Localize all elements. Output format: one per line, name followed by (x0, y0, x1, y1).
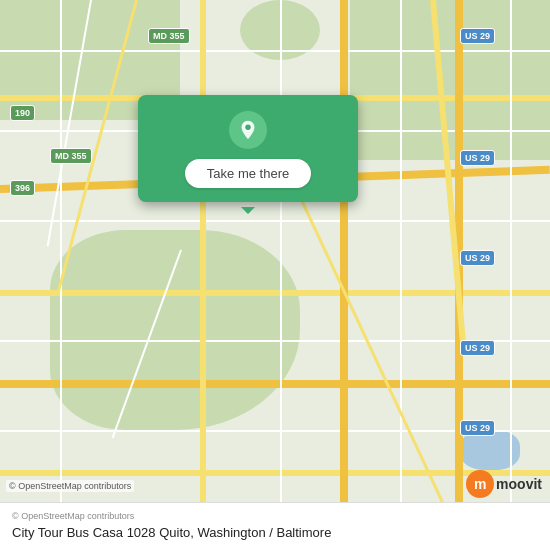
moovit-icon: m (466, 470, 494, 498)
take-me-there-button[interactable]: Take me there (185, 159, 311, 188)
road-v-highway-1 (340, 0, 348, 550)
moovit-text: moovit (496, 476, 542, 492)
map-container: MD 355 US 29 190 MD 355 396 US 29 US 29 … (0, 0, 550, 550)
shield-md355-mid: MD 355 (50, 148, 92, 164)
osm-attribution: © OpenStreetMap contributors (6, 480, 134, 492)
pin-icon (237, 119, 259, 141)
shield-us29-top: US 29 (460, 28, 495, 44)
shield-md355-top: MD 355 (148, 28, 190, 44)
road-v-3 (280, 0, 282, 550)
shield-us29-mid1: US 29 (460, 150, 495, 166)
road-v-5 (510, 0, 512, 550)
shield-396-left: 396 (10, 180, 35, 196)
shield-us29-mid3: US 29 (460, 340, 495, 356)
popup-card: Take me there (138, 95, 358, 202)
road-diagonal-1 (57, 0, 138, 290)
bottom-attribution: © OpenStreetMap contributors (12, 511, 538, 521)
svg-point-1 (245, 125, 251, 131)
road-h-highway-2 (0, 380, 550, 388)
road-diagonal-5 (112, 250, 182, 439)
attribution-text: © OpenStreetMap contributors (9, 481, 131, 491)
road-diagonal-3 (47, 0, 92, 246)
road-v-4 (400, 0, 402, 550)
road-h-5 (0, 290, 550, 296)
bottom-bar: © OpenStreetMap contributors City Tour B… (0, 502, 550, 550)
moovit-logo: m moovit (466, 470, 542, 498)
shield-190-left: 190 (10, 105, 35, 121)
shield-us29-mid4: US 29 (460, 420, 495, 436)
road-v-2 (200, 0, 206, 550)
shield-us29-mid2: US 29 (460, 250, 495, 266)
location-icon (229, 111, 267, 149)
road-diagonal-2 (300, 199, 472, 550)
location-name: City Tour Bus Casa 1028 Quito, Washingto… (12, 525, 538, 540)
road-h-4 (0, 220, 550, 222)
road-layer (0, 0, 550, 550)
